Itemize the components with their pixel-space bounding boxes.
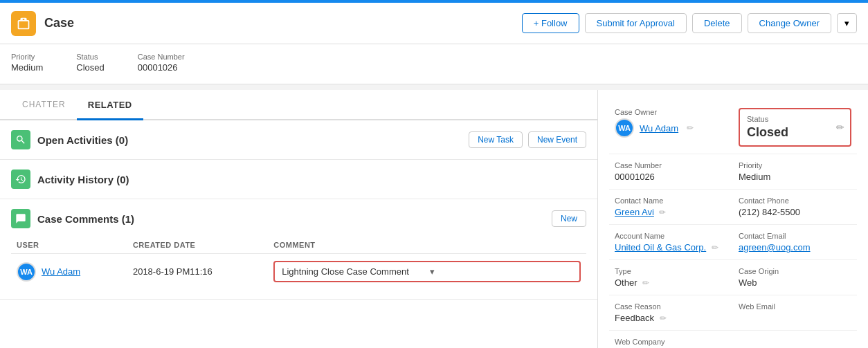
case-comments-title: Case Comments (1) <box>37 213 134 225</box>
contact-phone-label: Contact Phone <box>739 196 851 205</box>
case-number-meta: Case Number 00001026 <box>138 53 185 73</box>
account-name-field: Account Name United Oil & Gas Corp. ✏ <box>609 225 733 260</box>
page-title: Case <box>44 16 522 30</box>
edit-status-icon[interactable]: ✏ <box>836 122 844 133</box>
new-comment-button[interactable]: New <box>552 210 586 227</box>
activity-history-title-wrap: Activity History (0) <box>11 170 129 189</box>
priority-value: Medium <box>11 62 43 73</box>
case-owner-field: Case Owner WA Wu Adam ✏ <box>609 101 733 154</box>
case-icon <box>11 11 36 36</box>
priority-field-value: Medium <box>739 172 851 182</box>
tab-chatter[interactable]: CHATTER <box>11 90 77 119</box>
comment-text: Lightning Close Case Comment <box>282 266 424 277</box>
activity-history-title: Activity History (0) <box>37 174 129 185</box>
dropdown-arrow-icon: ▾ <box>430 266 572 277</box>
case-number-field-label: Case Number <box>615 161 727 170</box>
activity-history-header: Activity History (0) <box>11 170 586 189</box>
priority-meta: Priority Medium <box>11 53 43 73</box>
meta-bar: Priority Medium Status Closed Case Numbe… <box>0 44 868 84</box>
delete-button[interactable]: Delete <box>692 13 742 33</box>
comment-cell: Lightning Close Case Comment ▾ <box>268 254 586 290</box>
new-task-button[interactable]: New Task <box>469 131 523 148</box>
field-grid: Case Owner WA Wu Adam ✏ Status Closed ✏ … <box>609 101 857 348</box>
case-owner-value[interactable]: Wu Adam <box>640 123 678 134</box>
status-field: Status Closed ✏ <box>733 101 857 154</box>
case-number-field-value: 00001026 <box>615 172 727 182</box>
case-number-label: Case Number <box>138 53 185 61</box>
status-value: Closed <box>76 62 104 73</box>
case-owner-label: Case Owner <box>615 108 727 116</box>
page-header: Case + Follow Submit for Approval Delete… <box>0 0 868 44</box>
account-name-value[interactable]: United Oil & Gas Corp. <box>615 242 706 253</box>
user-cell: WA Wu Adam <box>11 254 127 290</box>
follow-button[interactable]: + Follow <box>522 13 579 33</box>
case-origin-value: Web <box>739 277 851 288</box>
edit-owner-icon[interactable]: ✏ <box>687 123 694 133</box>
open-activities-title-wrap: Open Activities (0) <box>11 130 128 149</box>
col-user: USER <box>11 237 127 254</box>
contact-email-value[interactable]: agreen@uog.com <box>739 242 811 253</box>
avatar: WA <box>17 262 36 282</box>
contact-email-label: Contact Email <box>739 232 851 240</box>
comment-table: USER CREATED DATE COMMENT WA Wu Adam <box>11 237 586 289</box>
created-date-cell: 2018-6-19 PM11:16 <box>127 254 268 290</box>
contact-name-field: Contact Name Green Avi ✏ <box>609 190 733 225</box>
edit-contact-icon[interactable]: ✏ <box>659 208 666 217</box>
case-number-value: 00001026 <box>138 62 178 73</box>
case-reason-value: Feedback <box>615 313 654 323</box>
edit-reason-icon[interactable]: ✏ <box>660 313 667 323</box>
comment-dropdown[interactable]: Lightning Close Case Comment ▾ <box>273 261 581 282</box>
contact-phone-value: (212) 842-5500 <box>739 207 851 217</box>
web-company-label: Web Company <box>615 338 727 346</box>
open-activities-section: Open Activities (0) New Task New Event <box>0 120 597 160</box>
right-panel: Case Owner WA Wu Adam ✏ Status Closed ✏ … <box>598 90 868 348</box>
open-activities-title: Open Activities (0) <box>37 134 128 146</box>
case-origin-label: Case Origin <box>739 267 851 275</box>
col-created-date: CREATED DATE <box>127 237 268 254</box>
edit-type-icon[interactable]: ✏ <box>642 278 649 288</box>
case-number-field: Case Number 00001026 <box>609 154 733 190</box>
tabs: CHATTER RELATED <box>0 90 597 120</box>
web-company-field: Web Company <box>609 331 733 348</box>
case-origin-field: Case Origin Web <box>733 260 857 295</box>
contact-phone-field: Contact Phone (212) 842-5500 <box>733 190 857 225</box>
status-label: Status <box>76 53 104 61</box>
case-comments-title-wrap: Case Comments (1) <box>11 209 134 228</box>
account-name-label: Account Name <box>615 232 727 240</box>
edit-account-icon[interactable]: ✏ <box>712 243 718 253</box>
contact-email-field: Contact Email agreen@uog.com <box>733 225 857 260</box>
case-comments-header: Case Comments (1) New <box>11 209 586 228</box>
header-actions: + Follow Submit for Approval Delete Chan… <box>522 13 857 33</box>
col-comment: COMMENT <box>268 237 586 254</box>
table-row: WA Wu Adam 2018-6-19 PM11:16 Lightning C… <box>11 254 586 290</box>
case-reason-label: Case Reason <box>615 302 727 311</box>
change-owner-button[interactable]: Change Owner <box>748 13 831 33</box>
tab-related[interactable]: RELATED <box>77 90 143 120</box>
contact-name-value[interactable]: Green Avi <box>615 207 654 217</box>
type-value: Other <box>615 277 638 288</box>
submit-approval-button[interactable]: Submit for Approval <box>585 13 687 33</box>
case-comments-section: Case Comments (1) New USER CREATED DATE … <box>0 199 597 300</box>
contact-name-label: Contact Name <box>615 196 727 205</box>
status-box: Status Closed ✏ <box>739 108 851 147</box>
new-event-button[interactable]: New Event <box>528 131 586 148</box>
open-activities-actions: New Task New Event <box>469 131 586 148</box>
more-actions-dropdown[interactable]: ▾ <box>837 13 857 33</box>
status-field-value: Closed <box>747 125 843 140</box>
open-activities-icon <box>11 130 30 149</box>
web-email-field: Web Email <box>733 295 857 331</box>
type-label: Type <box>615 267 727 275</box>
user-link[interactable]: Wu Adam <box>42 266 80 277</box>
status-meta: Status Closed <box>76 53 104 73</box>
status-field-label: Status <box>747 115 843 123</box>
activity-history-section: Activity History (0) <box>0 160 597 199</box>
case-comments-actions: New <box>552 210 586 227</box>
priority-label: Priority <box>11 53 43 61</box>
activity-history-icon <box>11 170 30 189</box>
case-comments-icon <box>11 209 30 228</box>
owner-avatar: WA <box>615 118 634 138</box>
open-activities-header: Open Activities (0) New Task New Event <box>11 130 586 149</box>
main-content: CHATTER RELATED Open Activities (0) New … <box>0 90 868 348</box>
priority-field: Priority Medium <box>733 154 857 190</box>
case-owner-value-wrap: WA Wu Adam ✏ <box>615 118 727 138</box>
